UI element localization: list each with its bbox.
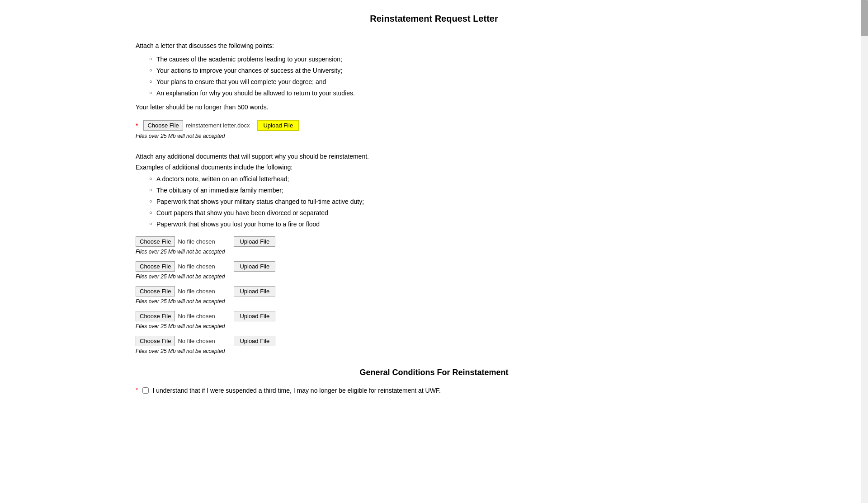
bullet-item-1: The causes of the academic problems lead… <box>149 55 732 64</box>
file-input-1: Choose File No file chosen <box>136 236 229 247</box>
file-size-note-1: Files over 25 Mb will not be accepted <box>136 249 732 255</box>
main-upload-button[interactable]: Upload File <box>257 120 299 131</box>
general-conditions-title: General Conditions For Reinstatement <box>136 368 732 377</box>
upload-file-row-1: Choose File No file chosen Upload File <box>136 236 732 247</box>
file-size-note-4: Files over 25 Mb will not be accepted <box>136 323 732 329</box>
page-wrapper: Reinstatement Request Letter Attach a le… <box>118 0 750 414</box>
upload-row-3: Choose File No file chosen Upload File F… <box>136 286 732 305</box>
file-input-4: Choose File No file chosen <box>136 311 229 321</box>
examples-list: A doctor's note, written on an official … <box>149 174 732 229</box>
upload-row-1: Choose File No file chosen Upload File F… <box>136 236 732 255</box>
upload-button-1[interactable]: Upload File <box>234 236 275 247</box>
checkbox-row: * I understand that if I were suspended … <box>136 386 732 395</box>
main-choose-file-button[interactable]: Choose File <box>143 120 183 131</box>
general-conditions-section: General Conditions For Reinstatement * I… <box>136 368 732 395</box>
additional-section: Attach any additional documents that wil… <box>136 153 732 354</box>
word-limit-text: Your letter should be no longer than 500… <box>136 103 732 111</box>
checkbox-label: I understand that if I were suspended a … <box>152 386 440 395</box>
required-marker: * <box>136 122 138 129</box>
upload-file-row-2: Choose File No file chosen Upload File <box>136 261 732 272</box>
additional-intro: Attach any additional documents that wil… <box>136 153 732 160</box>
main-file-input: Choose File reinstatement letter.docx <box>143 120 252 131</box>
upload-file-row-3: Choose File No file chosen Upload File <box>136 286 732 296</box>
upload-row-2: Choose File No file chosen Upload File F… <box>136 261 732 280</box>
file-name-1: No file chosen <box>175 237 229 246</box>
upload-button-5[interactable]: Upload File <box>234 336 275 346</box>
examples-label: Examples of additional documents include… <box>136 164 732 171</box>
bullet-item-2: Your actions to improve your chances of … <box>149 66 732 75</box>
intro-text: Attach a letter that discusses the follo… <box>136 42 732 49</box>
upload-button-4[interactable]: Upload File <box>234 311 275 321</box>
file-name-3: No file chosen <box>175 287 229 296</box>
reinstatement-checkbox[interactable] <box>142 387 149 394</box>
file-name-4: No file chosen <box>175 311 229 321</box>
file-size-note-2: Files over 25 Mb will not be accepted <box>136 273 732 280</box>
example-item-2: The obituary of an immediate family memb… <box>149 186 732 195</box>
file-size-note-5: Files over 25 Mb will not be accepted <box>136 348 732 354</box>
main-file-size-note: Files over 25 Mb will not be accepted <box>136 133 732 139</box>
file-input-3: Choose File No file chosen <box>136 286 229 296</box>
scrollbar[interactable] <box>861 0 868 414</box>
upload-button-2[interactable]: Upload File <box>234 261 275 272</box>
choose-file-button-1[interactable]: Choose File <box>136 236 175 247</box>
checkbox-required-marker: * <box>136 386 138 394</box>
additional-upload-rows: Choose File No file chosen Upload File F… <box>136 236 732 354</box>
upload-button-3[interactable]: Upload File <box>234 286 275 296</box>
scrollbar-thumb[interactable] <box>861 0 868 36</box>
upload-file-row-4: Choose File No file chosen Upload File <box>136 311 732 321</box>
example-item-5: Paperwork that shows you lost your home … <box>149 220 732 229</box>
upload-row-5: Choose File No file chosen Upload File F… <box>136 336 732 354</box>
main-upload-section: * Choose File reinstatement letter.docx … <box>136 120 732 139</box>
file-name-5: No file chosen <box>175 336 229 346</box>
example-item-4: Court papers that show you have been div… <box>149 208 732 218</box>
file-size-note-3: Files over 25 Mb will not be accepted <box>136 298 732 305</box>
upload-file-row-5: Choose File No file chosen Upload File <box>136 336 732 346</box>
bullet-item-4: An explanation for why you should be all… <box>149 89 732 98</box>
main-upload-row: * Choose File reinstatement letter.docx … <box>136 120 732 131</box>
file-input-2: Choose File No file chosen <box>136 261 229 272</box>
file-name-2: No file chosen <box>175 262 229 271</box>
choose-file-button-4[interactable]: Choose File <box>136 311 175 321</box>
example-item-3: Paperwork that shows your military statu… <box>149 197 732 207</box>
bullet-item-3: Your plans to ensure that you will compl… <box>149 77 732 87</box>
choose-file-button-3[interactable]: Choose File <box>136 286 175 296</box>
choose-file-button-2[interactable]: Choose File <box>136 261 175 272</box>
file-input-5: Choose File No file chosen <box>136 336 229 346</box>
bullet-list: The causes of the academic problems lead… <box>149 55 732 98</box>
upload-row-4: Choose File No file chosen Upload File F… <box>136 311 732 329</box>
example-item-1: A doctor's note, written on an official … <box>149 174 732 184</box>
choose-file-button-5[interactable]: Choose File <box>136 336 175 346</box>
main-file-name: reinstatement letter.docx <box>183 121 253 130</box>
page-title: Reinstatement Request Letter <box>136 14 732 24</box>
